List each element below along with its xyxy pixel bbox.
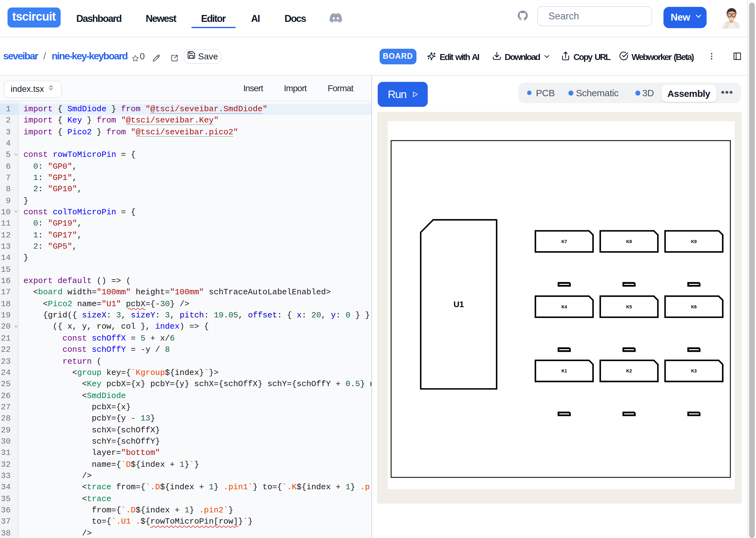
svg-text:K5: K5 [626, 304, 632, 309]
svg-text:K7: K7 [561, 239, 567, 244]
svg-text:K3: K3 [691, 368, 697, 373]
svg-text:K8: K8 [626, 239, 632, 244]
svg-text:K4: K4 [561, 304, 567, 309]
svg-text:K2: K2 [626, 368, 632, 373]
svg-text:K6: K6 [691, 304, 697, 309]
svg-text:U1: U1 [453, 299, 464, 309]
svg-text:K1: K1 [561, 368, 567, 373]
svg-text:K9: K9 [691, 239, 697, 244]
